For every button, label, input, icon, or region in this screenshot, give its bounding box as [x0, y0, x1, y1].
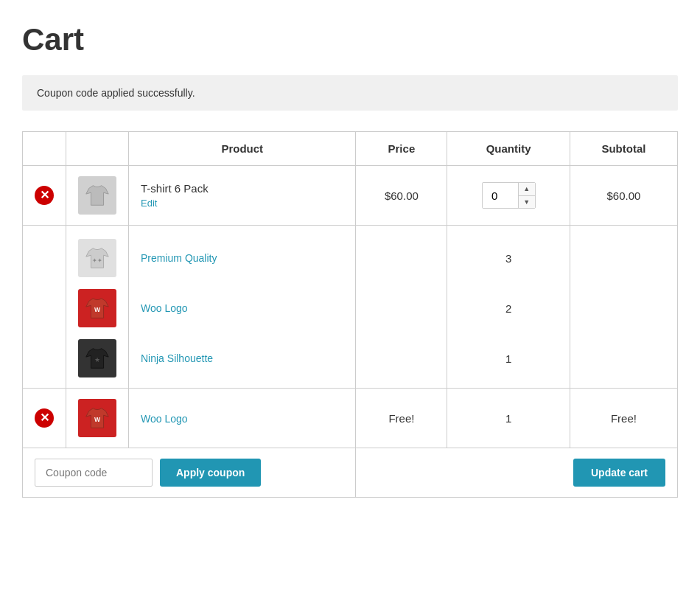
- bundle-thumbnail: W: [78, 289, 116, 327]
- col-header-quantity: Quantity: [447, 132, 570, 166]
- quantity-cell: ▲ ▼: [447, 166, 570, 226]
- col-header-price: Price: [356, 132, 447, 166]
- bundle-thumbnail: ✦✦: [78, 239, 116, 277]
- product-thumbnail: W: [78, 399, 116, 437]
- coupon-notice: Coupon code applied successfully.: [22, 75, 678, 111]
- bundle-names-cell: Premium Quality Woo Logo Ninja Silhouett…: [129, 226, 356, 389]
- bundle-qty-list: 3 2 1: [459, 239, 558, 377]
- product-thumb-cell: W: [66, 389, 129, 448]
- bundle-qty-item: 2: [459, 289, 558, 327]
- product-thumbnail: [78, 176, 116, 215]
- page-title: Cart: [22, 22, 678, 58]
- product-price: Free!: [388, 412, 414, 425]
- subtotal-value: Free!: [611, 412, 637, 425]
- bundle-empty-remove: [23, 226, 66, 389]
- subtotal-value: $60.00: [606, 189, 640, 202]
- update-cart-cell: Update cart: [356, 448, 678, 498]
- quantity-down-button[interactable]: ▼: [519, 196, 535, 209]
- product-info-cell: Woo Logo: [129, 389, 356, 448]
- bundle-names-list: Premium Quality Woo Logo Ninja Silhouett…: [141, 239, 343, 377]
- bundle-qty-value: 2: [505, 302, 511, 315]
- product-thumb-cell: [66, 166, 129, 226]
- bundle-items-list: ✦✦ W: [78, 239, 116, 377]
- bundle-item: W: [78, 289, 116, 327]
- bundle-qty-item: 3: [459, 239, 558, 277]
- coupon-area: Apply coupon: [35, 459, 343, 487]
- price-cell: Free!: [356, 389, 447, 448]
- svg-text:★: ★: [94, 356, 100, 363]
- svg-text:W: W: [94, 306, 101, 313]
- quantity-spinner: ▲ ▼: [482, 182, 536, 209]
- bundle-qty-value: 3: [505, 252, 511, 265]
- col-header-remove: [23, 132, 66, 166]
- cart-table: Product Price Quantity Subtotal ✕: [22, 131, 678, 498]
- remove-cell: ✕: [23, 389, 66, 448]
- bundle-qtys-cell: 3 2 1: [447, 226, 570, 389]
- bundle-name-item: Ninja Silhouette: [141, 339, 343, 377]
- bundle-subtotals-cell: [570, 226, 677, 389]
- svg-text:W: W: [94, 416, 101, 423]
- woo-logo-row-link[interactable]: Woo Logo: [141, 413, 188, 425]
- svg-text:✦✦: ✦✦: [92, 257, 102, 264]
- ninja-silhouette-link[interactable]: Ninja Silhouette: [141, 352, 213, 364]
- bundle-item: ★: [78, 339, 116, 377]
- price-cell: $60.00: [356, 166, 447, 226]
- remove-button[interactable]: ✕: [35, 186, 54, 205]
- woo-logo-link[interactable]: Woo Logo: [141, 302, 188, 314]
- bundle-thumbs: ✦✦ W: [66, 226, 129, 389]
- bundle-prices-cell: [356, 226, 447, 389]
- bundle-name-item: Woo Logo: [141, 289, 343, 327]
- premium-quality-link[interactable]: Premium Quality: [141, 252, 217, 264]
- col-header-product: Product: [129, 132, 356, 166]
- bundle-qty-item: 1: [459, 339, 558, 377]
- bundle-name-item: Premium Quality: [141, 239, 343, 277]
- update-cart-button[interactable]: Update cart: [573, 459, 665, 487]
- bundle-items-row: ✦✦ W: [23, 226, 678, 389]
- cart-footer-row: Apply coupon Update cart: [23, 448, 678, 498]
- quantity-up-button[interactable]: ▲: [519, 183, 535, 196]
- subtotal-cell: $60.00: [570, 166, 677, 226]
- remove-cell: ✕: [23, 166, 66, 226]
- coupon-area-cell: Apply coupon: [23, 448, 356, 498]
- edit-link[interactable]: Edit: [141, 198, 343, 209]
- product-name: T-shirt 6 Pack: [141, 182, 209, 195]
- bundle-qty-value: 1: [505, 352, 511, 365]
- quantity-value: 1: [505, 412, 511, 425]
- product-price: $60.00: [385, 189, 419, 202]
- table-row: ✕ W Woo Logo Free! 1 Fre: [23, 389, 678, 448]
- apply-coupon-button[interactable]: Apply coupon: [160, 459, 261, 487]
- product-info-cell: T-shirt 6 Pack Edit: [129, 166, 356, 226]
- col-header-thumb: [66, 132, 129, 166]
- bundle-thumbnail: ★: [78, 339, 116, 377]
- table-row: ✕ T-shirt 6 Pack Edit $60.00: [23, 166, 678, 226]
- col-header-subtotal: Subtotal: [570, 132, 677, 166]
- coupon-notice-text: Coupon code applied successfully.: [37, 87, 195, 99]
- remove-icon[interactable]: ✕: [35, 408, 54, 428]
- quantity-cell: 1: [447, 389, 570, 448]
- coupon-input[interactable]: [35, 459, 153, 487]
- subtotal-cell: Free!: [570, 389, 677, 448]
- remove-button[interactable]: ✕: [35, 408, 54, 428]
- bundle-item: ✦✦: [78, 239, 116, 277]
- remove-icon[interactable]: ✕: [35, 186, 54, 205]
- quantity-input[interactable]: [483, 183, 518, 208]
- quantity-arrows: ▲ ▼: [518, 183, 535, 208]
